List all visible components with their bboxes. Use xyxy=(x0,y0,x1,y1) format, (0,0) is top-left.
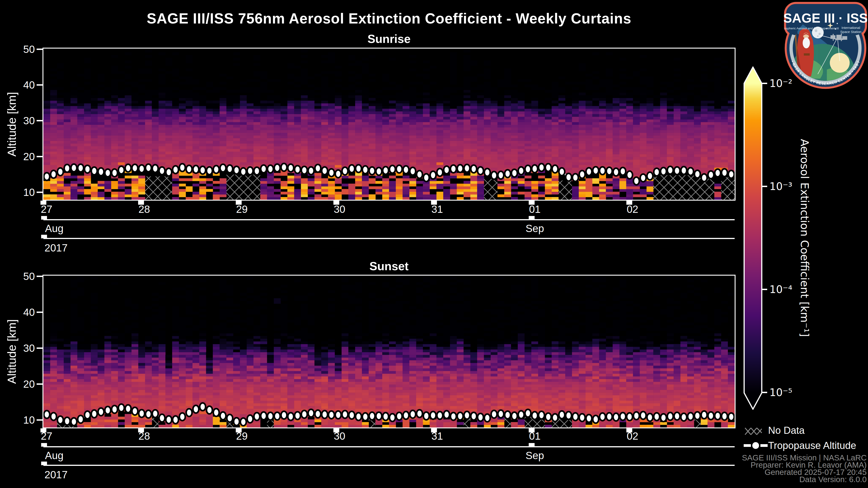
colorbar-gradient-arrow xyxy=(744,67,762,409)
sunrise-year-label: 2017 xyxy=(44,242,68,254)
day-tick-label: 01 xyxy=(529,203,540,215)
sunset-year-axis-line xyxy=(43,465,735,466)
page-title: SAGE III/ISS 756nm Aerosol Extinction Co… xyxy=(147,10,631,27)
no-data-legend-label: No Data xyxy=(768,425,804,436)
day-tick-label: 31 xyxy=(431,430,443,442)
altitude-tick xyxy=(37,275,42,277)
altitude-tick xyxy=(37,48,42,50)
altitude-tick-label: 40 xyxy=(8,79,35,91)
sunset-month-tick-sep xyxy=(529,443,535,447)
sunset-month-label-aug: Aug xyxy=(45,449,64,462)
altitude-tick-label: 50 xyxy=(8,43,35,55)
tropopause-legend-icon xyxy=(744,442,770,450)
sunset-month-axis-line xyxy=(43,446,735,447)
altitude-tick-label: 20 xyxy=(8,151,35,163)
sunset-year-label: 2017 xyxy=(44,468,68,481)
sunset-heatmap-canvas xyxy=(42,275,736,428)
altitude-tick-label: 30 xyxy=(8,342,35,354)
day-tick-label: 31 xyxy=(431,203,443,215)
day-tick-label: 01 xyxy=(529,430,540,442)
altitude-tick xyxy=(37,156,42,157)
sunrise-year-axis-line xyxy=(43,238,735,239)
colorbar-tick-1e-2 xyxy=(762,83,767,84)
day-tick-label: 30 xyxy=(334,430,345,442)
sunrise-month-tick-sep xyxy=(529,216,535,220)
colorbar-ticklabel-1e-5: 10⁻⁵ xyxy=(770,386,792,398)
day-tick-label: 29 xyxy=(236,430,248,442)
altitude-tick-label: 30 xyxy=(8,115,35,127)
logo-subtitle-left: Stratospheric Aerosol and Gas Experiment… xyxy=(784,27,839,30)
colorbar-tick-1e-4 xyxy=(762,289,767,290)
day-tick-label: 02 xyxy=(627,203,638,215)
logo-title-text: SAGE III · ISS xyxy=(784,11,867,25)
altitude-tick-label: 10 xyxy=(8,186,35,198)
colorbar-ticklabel-1e-3: 10⁻³ xyxy=(770,180,792,193)
day-tick-label: 29 xyxy=(236,203,248,215)
sunrise-month-label-sep: Sep xyxy=(526,222,544,234)
altitude-tick-label: 50 xyxy=(8,270,35,283)
altitude-tick xyxy=(37,312,42,313)
tropopause-legend-label: Tropopause Altitude xyxy=(768,440,856,451)
altitude-tick xyxy=(37,192,42,193)
sunset-month-label-sep: Sep xyxy=(526,449,544,462)
day-tick-label: 28 xyxy=(138,430,150,442)
sunset-panel-title: Sunset xyxy=(369,259,408,273)
day-tick-label: 27 xyxy=(41,203,52,215)
altitude-tick xyxy=(37,419,42,421)
day-tick-label: 28 xyxy=(138,203,150,215)
sunrise-year-tick xyxy=(41,235,47,238)
colorbar-axis-label: Aerosol Extinction Coefficient [km⁻¹] xyxy=(798,139,811,337)
logo-subtitle-right-1: International xyxy=(842,26,860,30)
no-data-hatch-icon xyxy=(744,425,763,436)
sunrise-month-tick-aug xyxy=(41,216,47,220)
sunrise-panel-title: Sunrise xyxy=(368,32,411,46)
altitude-tick xyxy=(37,383,42,385)
sunrise-month-label-aug: Aug xyxy=(45,222,64,234)
sunrise-heatmap-canvas xyxy=(42,48,736,201)
altitude-tick xyxy=(37,84,42,86)
colorbar-tick-1e-5 xyxy=(762,392,767,393)
day-tick-label: 30 xyxy=(334,203,345,215)
sunset-year-tick xyxy=(41,462,47,465)
altitude-tick-label: 20 xyxy=(8,378,35,390)
sage-iii-iss-mission-logo: SAGE III · ISS Stratospheric Aerosol and… xyxy=(784,2,867,90)
altitude-tick-label: 40 xyxy=(8,306,35,318)
altitude-tick-label: 10 xyxy=(8,414,35,426)
altitude-tick xyxy=(37,348,42,349)
colorbar-ticklabel-1e-4: 10⁻⁴ xyxy=(770,283,792,295)
colorbar xyxy=(743,66,763,410)
logo-subtitle-right-2: Space Station xyxy=(840,30,861,34)
logo-sun xyxy=(830,53,850,73)
altitude-tick xyxy=(37,120,42,121)
colorbar-tick-1e-3 xyxy=(762,186,767,187)
day-tick-label: 27 xyxy=(41,430,52,442)
attribution-data-version: Data Version: 6.0.0 xyxy=(799,475,867,484)
day-tick-label: 02 xyxy=(627,430,638,442)
sunset-month-tick-aug xyxy=(41,443,47,447)
sunrise-month-axis-line xyxy=(43,219,735,220)
